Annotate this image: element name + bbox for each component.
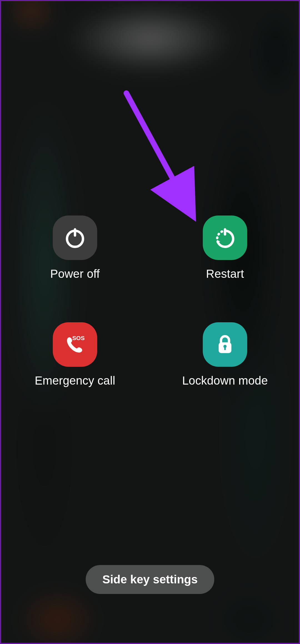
emergency-call-label: Emergency call bbox=[35, 374, 115, 387]
power-icon bbox=[62, 224, 88, 251]
power-off-option[interactable]: Power off bbox=[50, 216, 100, 281]
restart-option[interactable]: Restart bbox=[203, 216, 247, 281]
lockdown-button[interactable] bbox=[203, 322, 247, 367]
lock-icon bbox=[212, 331, 238, 358]
restart-icon bbox=[212, 224, 238, 251]
power-menu: Power off Restart bbox=[0, 0, 300, 644]
side-key-settings-label: Side key settings bbox=[102, 573, 198, 586]
svg-rect-3 bbox=[224, 228, 226, 236]
side-key-settings-button[interactable]: Side key settings bbox=[86, 565, 214, 594]
power-off-label: Power off bbox=[50, 267, 100, 281]
lockdown-label: Lockdown mode bbox=[182, 374, 268, 387]
phone-sos-icon: SOS bbox=[62, 331, 88, 358]
annotation-arrow-icon bbox=[118, 85, 210, 224]
emergency-call-option[interactable]: SOS Emergency call bbox=[35, 322, 115, 387]
svg-rect-6 bbox=[224, 346, 226, 350]
svg-rect-2 bbox=[74, 228, 76, 237]
restart-label: Restart bbox=[206, 267, 244, 281]
emergency-call-button[interactable]: SOS bbox=[53, 322, 97, 367]
restart-button[interactable] bbox=[203, 216, 247, 260]
power-off-button[interactable] bbox=[53, 216, 97, 260]
svg-line-0 bbox=[126, 93, 189, 209]
sos-badge: SOS bbox=[72, 335, 85, 341]
lockdown-option[interactable]: Lockdown mode bbox=[182, 322, 268, 387]
